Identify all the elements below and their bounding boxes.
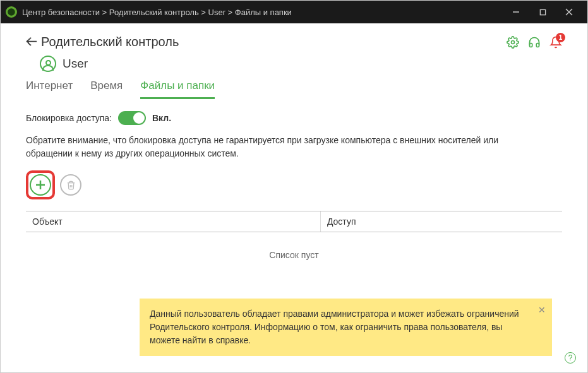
block-access-row: Блокировка доступа: Вкл. [26,111,562,125]
titlebar: Центр безопасности > Родительский контро… [1,1,587,23]
app-icon [6,6,17,18]
window-controls [503,3,582,21]
breadcrumb: Центр безопасности > Родительский контро… [22,8,503,17]
user-avatar-icon [40,56,56,72]
tab-time[interactable]: Время [90,80,123,99]
table-header: Объект Доступ [26,211,562,232]
tabs: Интернет Время Файлы и папки [26,80,562,100]
back-arrow-icon[interactable]: 🡠 [26,35,37,49]
warning-note: Обратите внимание, что блокировка доступ… [26,134,519,160]
bell-icon[interactable]: 1 [549,36,562,49]
svg-point-5 [512,40,515,44]
gear-icon[interactable] [507,36,519,49]
notification-badge: 1 [556,33,565,42]
page-title[interactable]: Родительский контроль [41,35,507,49]
user-row: User [40,56,562,72]
empty-list-message: Список пуст [26,232,562,278]
action-buttons [26,170,562,199]
maximize-button[interactable] [529,3,556,21]
block-state: Вкл. [152,113,171,123]
admin-warning-text: Данный пользователь обладает правами адм… [150,309,519,345]
block-toggle[interactable] [118,111,146,125]
delete-button[interactable] [60,174,81,196]
svg-rect-2 [540,9,545,15]
support-icon[interactable] [528,36,541,49]
help-icon[interactable]: ? [565,352,576,364]
column-access: Доступ [321,211,562,232]
tab-files[interactable]: Файлы и папки [140,80,215,99]
column-object: Объект [26,211,321,232]
user-name: User [63,57,88,71]
minimize-button[interactable] [503,3,529,21]
close-icon[interactable]: ✕ [538,304,546,317]
close-button[interactable] [556,3,582,21]
add-button[interactable] [30,174,51,196]
tab-internet[interactable]: Интернет [26,80,73,99]
header-row: 🡠 Родительский контроль 1 [26,35,562,49]
svg-point-0 [8,8,15,16]
content-area: 🡠 Родительский контроль 1 User Интернет … [1,23,587,372]
block-label: Блокировка доступа: [26,113,112,123]
admin-warning: Данный пользователь обладает правами адм… [140,299,552,356]
add-button-highlight [26,170,55,199]
